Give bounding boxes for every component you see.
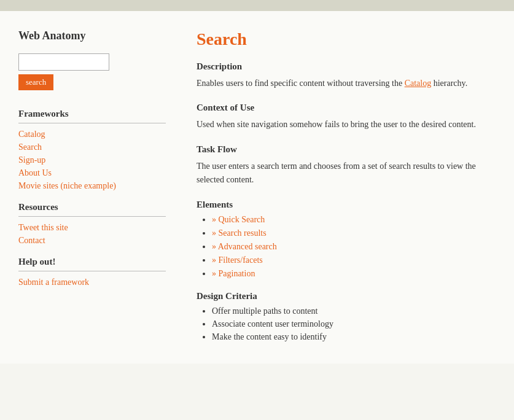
page-title: Search bbox=[197, 29, 502, 49]
elements-heading: Elements bbox=[197, 200, 502, 210]
frameworks-heading: Frameworks bbox=[18, 109, 166, 119]
sidebar-item-about[interactable]: About Us bbox=[18, 168, 166, 178]
taskflow-text: The user enters a search term and choose… bbox=[197, 160, 502, 187]
catalog-link[interactable]: Catalog bbox=[405, 79, 432, 88]
sidebar-item-movie[interactable]: Movie sites (niche example) bbox=[18, 181, 166, 191]
elements-list: » Quick Search » Search results » Advanc… bbox=[197, 215, 502, 279]
context-section: Context of Use Used when site navigation… bbox=[197, 103, 502, 131]
taskflow-section: Task Flow The user enters a search term … bbox=[197, 144, 502, 187]
sidebar-item-contact[interactable]: Contact bbox=[18, 236, 166, 246]
resources-heading: Resources bbox=[18, 202, 166, 212]
elements-section: Elements » Quick Search » Search results… bbox=[197, 200, 502, 279]
design-criteria-list: Offer multiple paths to content Associat… bbox=[197, 306, 502, 342]
main-content: Search Description Enables users to find… bbox=[178, 29, 502, 345]
resources-divider bbox=[18, 216, 166, 217]
design-criteria-section: Design Criteria Offer multiple paths to … bbox=[197, 291, 502, 342]
helpout-divider bbox=[18, 271, 166, 271]
search-button[interactable]: search bbox=[18, 74, 53, 90]
list-item: » Pagination bbox=[212, 269, 502, 279]
list-item: Offer multiple paths to content bbox=[212, 306, 502, 316]
description-section: Description Enables users to find specif… bbox=[197, 61, 502, 90]
site-title: Web Anatomy bbox=[18, 29, 166, 42]
helpout-heading: Help out! bbox=[18, 257, 166, 267]
search-results-link[interactable]: » Search results bbox=[212, 228, 267, 238]
sidebar: Web Anatomy search Frameworks Catalog Se… bbox=[18, 29, 178, 345]
description-text: Enables users to find specific content w… bbox=[197, 77, 502, 90]
list-item: » Advanced search bbox=[212, 242, 502, 252]
quick-search-link[interactable]: » Quick Search bbox=[212, 215, 265, 224]
search-input[interactable] bbox=[18, 53, 109, 71]
list-item: Make the content easy to identify bbox=[212, 332, 502, 342]
frameworks-divider bbox=[18, 123, 166, 123]
sidebar-item-search[interactable]: Search bbox=[18, 142, 166, 152]
filters-facets-link[interactable]: » Filters/facets bbox=[212, 255, 263, 265]
list-item: Associate content user terminology bbox=[212, 319, 502, 329]
sidebar-item-submit[interactable]: Submit a framework bbox=[18, 278, 166, 287]
context-heading: Context of Use bbox=[197, 103, 502, 113]
top-bar bbox=[0, 0, 514, 11]
sidebar-item-signup[interactable]: Sign-up bbox=[18, 155, 166, 165]
description-heading: Description bbox=[197, 61, 502, 72]
list-item: » Quick Search bbox=[212, 215, 502, 225]
helpout-section: Help out! Submit a framework bbox=[18, 257, 166, 287]
advanced-search-link[interactable]: » Advanced search bbox=[212, 242, 277, 251]
pagination-link[interactable]: » Pagination bbox=[212, 269, 255, 278]
list-item: » Search results bbox=[212, 228, 502, 238]
design-criteria-heading: Design Criteria bbox=[197, 291, 502, 301]
sidebar-item-tweet[interactable]: Tweet this site bbox=[18, 223, 166, 233]
context-text: Used when site navigation somehow fails … bbox=[197, 118, 502, 131]
list-item: » Filters/facets bbox=[212, 255, 502, 265]
frameworks-section: Frameworks Catalog Search Sign-up About … bbox=[18, 109, 166, 191]
sidebar-item-catalog[interactable]: Catalog bbox=[18, 130, 166, 139]
taskflow-heading: Task Flow bbox=[197, 144, 502, 155]
resources-section: Resources Tweet this site Contact bbox=[18, 202, 166, 246]
